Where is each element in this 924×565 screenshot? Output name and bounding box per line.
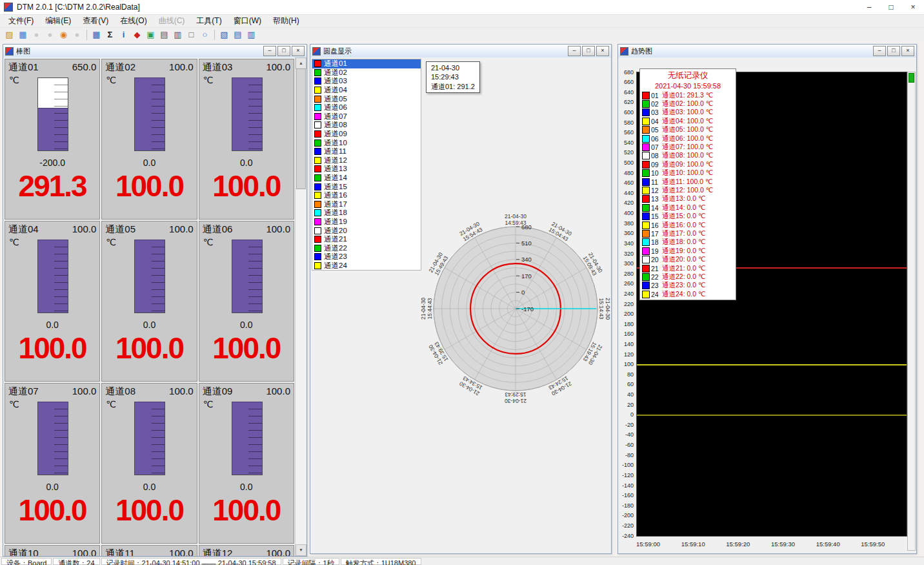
bargraph-window-titlebar[interactable]: 棒图 – □ × <box>3 45 306 58</box>
open-file-icon[interactable]: ▨ <box>3 29 15 41</box>
channel-name: 通道06 <box>203 223 233 236</box>
disc-window-titlebar[interactable]: 圆盘显示 – □ × <box>310 45 611 58</box>
zoom-icon[interactable]: ○ <box>199 29 211 41</box>
alarm-icon[interactable]: ◆ <box>131 29 143 41</box>
channel-list-item[interactable]: 通道14 <box>312 174 421 183</box>
stop-icon[interactable]: ● <box>71 29 83 41</box>
legend-row: 20 通道20: 0.0 ℃ <box>640 255 736 263</box>
back-icon[interactable]: ● <box>30 29 43 41</box>
statistics-sigma-icon[interactable]: Σ <box>104 29 116 41</box>
close-button[interactable]: × <box>902 1 924 14</box>
close-button[interactable]: × <box>596 46 609 56</box>
channel-color-swatch <box>314 157 321 164</box>
channel-list-item[interactable]: 通道05 <box>312 94 421 103</box>
restore-button[interactable]: □ <box>277 46 290 56</box>
legend-channel-number: 23 <box>651 282 660 289</box>
menu-item-4[interactable]: 曲线(C) <box>153 15 191 27</box>
print-preview-icon[interactable]: ▥ <box>172 29 184 41</box>
menu-item-7[interactable]: 帮助(H) <box>267 15 305 27</box>
tile-vertical-icon[interactable]: ▥ <box>245 29 257 41</box>
legend-channel-value: 通道04: 100.0 ℃ <box>662 117 714 126</box>
scroll-up-icon[interactable]: ▲ <box>296 57 306 69</box>
channel-list-item[interactable]: 通道01 <box>312 59 421 68</box>
menu-item-5[interactable]: 工具(T) <box>190 15 227 27</box>
channel-list-item[interactable]: 通道07 <box>312 112 421 121</box>
record-icon[interactable]: ◉ <box>57 29 70 41</box>
info-icon[interactable]: i <box>117 29 130 41</box>
minimize-button[interactable]: – <box>858 1 880 14</box>
legend-channel-value: 通道19: 0.0 ℃ <box>662 247 706 256</box>
y-tick-label: 300 <box>624 260 634 267</box>
legend-channel-number: 16 <box>651 221 660 229</box>
window-icon <box>312 47 321 56</box>
channel-list-item[interactable]: 通道15 <box>312 182 421 191</box>
svg-text:21-04-30: 21-04-30 <box>420 298 427 320</box>
restore-button[interactable]: □ <box>887 46 900 56</box>
bar-cell: 通道02 100.0 ℃ 0.0 100.0 <box>101 59 197 220</box>
channel-min: 0.0 <box>199 158 294 168</box>
application-window: DTM 2.0.1 [C:\DTM 2.0.2\RealData] – □ × … <box>0 0 924 565</box>
channel-list-item[interactable]: 通道04 <box>312 86 421 95</box>
channel-list-item[interactable]: 通道02 <box>312 68 421 77</box>
legend-channel-value: 通道07: 100.0 ℃ <box>662 143 714 152</box>
print-icon[interactable]: ▤ <box>158 29 170 41</box>
channel-value: 100.0 <box>102 171 196 201</box>
y-tick-label: 0 <box>630 411 634 418</box>
scrollbar-thumb[interactable] <box>296 68 306 189</box>
channel-list-item[interactable]: 通道13 <box>312 165 421 174</box>
data-table-icon[interactable]: ▦ <box>90 29 103 41</box>
restore-button[interactable]: □ <box>880 1 902 14</box>
channel-list-item[interactable]: 通道03 <box>312 77 421 86</box>
legend-color-swatch <box>642 169 650 177</box>
trend-window-titlebar[interactable]: 趋势图 – □ × <box>618 45 916 58</box>
menu-item-0[interactable]: 文件(F) <box>3 15 39 27</box>
trend-scroll-strip[interactable] <box>907 72 916 551</box>
export-data-icon[interactable]: ▦ <box>17 29 29 41</box>
channel-list-item[interactable]: 通道12 <box>312 156 421 165</box>
legend-channel-value: 通道11: 100.0 ℃ <box>662 178 713 187</box>
trend-line <box>637 415 907 416</box>
y-tick-label: 620 <box>624 99 634 105</box>
tile-horizontal-icon[interactable]: ▤ <box>232 29 244 41</box>
minimize-button[interactable]: – <box>568 46 581 56</box>
close-button[interactable]: × <box>901 46 914 56</box>
vertical-scrollbar[interactable]: ▲ ▼ <box>295 57 306 556</box>
legend-color-swatch <box>642 108 650 116</box>
y-tick-label: 560 <box>624 129 634 136</box>
legend-row: 08 通道08: 100.0 ℃ <box>640 152 736 160</box>
scroll-indicator[interactable] <box>909 73 914 83</box>
y-tick-label: 400 <box>624 210 634 216</box>
legend-row: 05 通道05: 100.0 ℃ <box>640 126 736 134</box>
menu-item-2[interactable]: 查看(V) <box>77 15 114 27</box>
copy-icon[interactable]: □ <box>185 29 197 41</box>
menu-item-3[interactable]: 在线(O) <box>114 15 152 27</box>
channel-unit: ℃ <box>9 399 19 409</box>
bargraph-body: 通道01 650.0 ℃ -200.0 291.3 通道02 100.0 ℃ 0… <box>3 57 306 556</box>
bar-gauge <box>134 77 165 151</box>
restore-button[interactable]: □ <box>582 46 595 56</box>
save-image-icon[interactable]: ▣ <box>145 29 157 41</box>
bar-gauge <box>232 402 263 475</box>
disc-body: 通道01 通道02 通道03 通道04 通道05 通道06 通道07 通道08 … <box>310 57 611 553</box>
channel-list-item[interactable]: 通道08 <box>312 121 421 130</box>
forward-icon[interactable]: ● <box>44 29 56 41</box>
cascade-windows-icon[interactable]: ▧ <box>218 29 230 41</box>
minimize-button[interactable]: – <box>873 46 886 56</box>
legend-channel-value: 通道24: 0.0 ℃ <box>662 290 706 299</box>
channel-list-item[interactable]: 通道09 <box>312 130 421 139</box>
channel-name: 通道02 <box>105 61 136 74</box>
y-tick-label: -240 <box>622 533 634 539</box>
channel-list-item[interactable]: 通道10 <box>312 138 421 147</box>
menu-item-1[interactable]: 编辑(E) <box>39 15 77 27</box>
bar-cell: 通道01 650.0 ℃ -200.0 291.3 <box>5 59 100 220</box>
channel-list-item[interactable]: 通道06 <box>312 103 421 112</box>
close-button[interactable]: × <box>292 46 305 56</box>
channel-color-swatch <box>314 60 321 67</box>
minimize-button[interactable]: – <box>263 46 276 56</box>
channel-list-item[interactable]: 通道11 <box>312 147 421 156</box>
channel-name: 通道05 <box>105 223 136 236</box>
menu-item-6[interactable]: 窗口(W) <box>228 15 267 27</box>
legend-row: 16 通道16: 0.0 ℃ <box>640 221 736 229</box>
channel-value: 100.0 <box>199 495 294 525</box>
scroll-down-icon[interactable]: ▼ <box>296 544 306 556</box>
